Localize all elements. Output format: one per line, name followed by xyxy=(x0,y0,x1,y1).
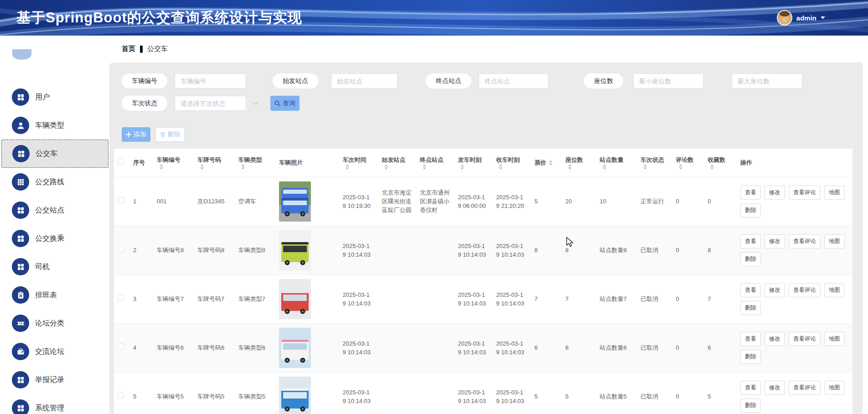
end-station-filter-label: 终点站点 xyxy=(426,73,471,88)
sort-carets-icon[interactable] xyxy=(423,164,431,170)
column-label: 操作 xyxy=(740,158,752,167)
sort-carets-icon[interactable] xyxy=(241,164,249,170)
search-button[interactable]: 查询 xyxy=(270,96,300,111)
row-checkbox[interactable] xyxy=(118,246,124,252)
sidebar-item-label: 系统管理 xyxy=(35,404,64,413)
sidebar-item-排班表[interactable]: 排班表 xyxy=(0,281,109,309)
sort-carets-icon[interactable] xyxy=(384,164,393,170)
map-button[interactable]: 地图 xyxy=(824,283,845,297)
edit-button[interactable]: 修改 xyxy=(765,186,785,200)
seats-max-input[interactable] xyxy=(732,73,802,88)
sidebar-item-系统管理[interactable]: 系统管理 xyxy=(0,394,109,414)
column-header-end[interactable]: 终点站点 xyxy=(416,149,454,177)
edit-button[interactable]: 修改 xyxy=(765,332,785,346)
column-header-plate[interactable]: 车牌号码 xyxy=(194,149,235,177)
column-label: 车辆照片 xyxy=(279,158,303,167)
sidebar-item-用户[interactable]: 用户 xyxy=(0,83,109,111)
view-comments-button[interactable]: 查看评论 xyxy=(789,283,821,297)
view-comments-button[interactable]: 查看评论 xyxy=(789,381,821,395)
delete-row-button[interactable]: 删除 xyxy=(740,398,761,413)
grid-icon xyxy=(12,258,29,275)
view-comments-button[interactable]: 查看评论 xyxy=(789,234,821,248)
cell-start xyxy=(378,274,416,323)
sort-carets-icon[interactable] xyxy=(679,164,687,170)
view-comments-button[interactable]: 查看评论 xyxy=(789,332,821,346)
column-header-depart[interactable]: 发车时刻 xyxy=(454,149,492,177)
sidebar-item-举报记录[interactable]: 举报记录 xyxy=(0,366,109,394)
cell-comments: 0 xyxy=(672,372,704,414)
vehicle-no-input[interactable] xyxy=(175,73,246,88)
cell-op: 查看修改查看评论地图删除 xyxy=(737,372,852,414)
map-button[interactable]: 地图 xyxy=(824,332,845,346)
delete-row-button[interactable]: 删除 xyxy=(740,252,761,266)
sidebar-item-司机[interactable]: 司机 xyxy=(0,253,109,281)
sort-carets-icon[interactable] xyxy=(160,164,168,170)
delete-row-button[interactable]: 删除 xyxy=(740,203,761,217)
select-all-checkbox[interactable] xyxy=(118,158,124,165)
view-button[interactable]: 查看 xyxy=(740,332,761,346)
column-header-trip_time[interactable]: 车次时间 xyxy=(339,149,378,177)
sidebar-item-车辆类型[interactable]: 车辆类型 xyxy=(0,111,109,140)
delete-row-button[interactable]: 删除 xyxy=(740,350,761,364)
sidebar-item-公交车[interactable]: 公交车 xyxy=(1,140,108,168)
breadcrumb-home[interactable]: 首页 xyxy=(122,45,135,53)
chevron-down-icon[interactable] xyxy=(253,100,258,106)
column-header-favorites[interactable]: 收藏数 xyxy=(704,149,737,177)
trip-status-select[interactable] xyxy=(175,96,246,111)
column-header-vehicle_no[interactable]: 车辆编号 xyxy=(153,149,194,177)
sidebar-item-论坛分类[interactable]: 论坛分类 xyxy=(0,309,109,337)
cell-price: 8 xyxy=(531,226,562,274)
cell-end xyxy=(416,372,454,414)
row-checkbox[interactable] xyxy=(118,392,124,398)
sidebar-item-交流论坛[interactable]: 交流论坛 xyxy=(0,337,109,366)
start-station-input[interactable] xyxy=(331,73,398,88)
sort-carets-icon[interactable] xyxy=(346,164,354,170)
sort-carets-icon[interactable] xyxy=(200,164,208,170)
add-button[interactable]: 添加 xyxy=(122,127,150,142)
user-menu[interactable]: admin xyxy=(777,0,825,36)
column-header-status[interactable]: 车次状态 xyxy=(637,149,672,177)
cell-close: 2025-03-19 21:20:20 xyxy=(492,177,531,226)
sort-carets-icon[interactable] xyxy=(499,164,507,170)
edit-button[interactable]: 修改 xyxy=(765,381,785,395)
map-button[interactable]: 地图 xyxy=(824,186,845,200)
edit-button[interactable]: 修改 xyxy=(765,234,785,248)
column-header-stations[interactable]: 站点数量 xyxy=(596,149,637,177)
column-header-comments[interactable]: 评论数 xyxy=(672,149,704,177)
delete-row-button[interactable]: 删除 xyxy=(740,301,761,315)
seats-min-input[interactable] xyxy=(633,73,703,88)
sidebar-item-公交换乘[interactable]: 公交换乘 xyxy=(0,224,109,253)
edit-button[interactable]: 修改 xyxy=(765,283,785,297)
column-header-seats[interactable]: 座位数 xyxy=(562,149,596,177)
delete-button[interactable]: 删除 xyxy=(155,127,185,142)
sort-carets-icon[interactable] xyxy=(643,164,651,170)
map-button[interactable]: 地图 xyxy=(824,381,845,395)
sort-carets-icon[interactable] xyxy=(549,160,557,166)
grid-icon xyxy=(12,88,29,106)
view-button[interactable]: 查看 xyxy=(740,283,761,297)
row-checkbox[interactable] xyxy=(118,343,124,350)
cell-depart: 2025-03-19 06:00:00 xyxy=(454,177,492,226)
sidebar-avatar-partial xyxy=(12,49,31,60)
sort-carets-icon[interactable] xyxy=(710,164,718,170)
cell-status: 已取消 xyxy=(637,323,672,372)
sort-carets-icon[interactable] xyxy=(568,164,576,170)
column-header-price[interactable]: 票价 xyxy=(531,149,562,177)
view-button[interactable]: 查看 xyxy=(740,381,761,395)
column-header-close[interactable]: 收车时刻 xyxy=(492,149,531,177)
row-checkbox[interactable] xyxy=(118,197,124,203)
cell-seats: 7 xyxy=(562,274,596,323)
end-station-input[interactable] xyxy=(479,73,548,88)
sort-carets-icon[interactable] xyxy=(603,164,611,170)
view-comments-button[interactable]: 查看评论 xyxy=(789,186,821,200)
sort-carets-icon[interactable] xyxy=(460,164,469,170)
column-label: 票价 xyxy=(534,158,546,167)
map-button[interactable]: 地图 xyxy=(824,234,845,248)
row-checkbox[interactable] xyxy=(118,295,124,301)
column-header-vtype[interactable]: 车辆类型 xyxy=(235,149,275,177)
view-button[interactable]: 查看 xyxy=(740,234,761,248)
sidebar-item-公交站点[interactable]: 公交站点 xyxy=(0,196,109,224)
column-header-start[interactable]: 始发站点 xyxy=(378,149,416,177)
sidebar-item-公交路线[interactable]: 公交路线 xyxy=(0,168,109,196)
view-button[interactable]: 查看 xyxy=(740,186,761,200)
